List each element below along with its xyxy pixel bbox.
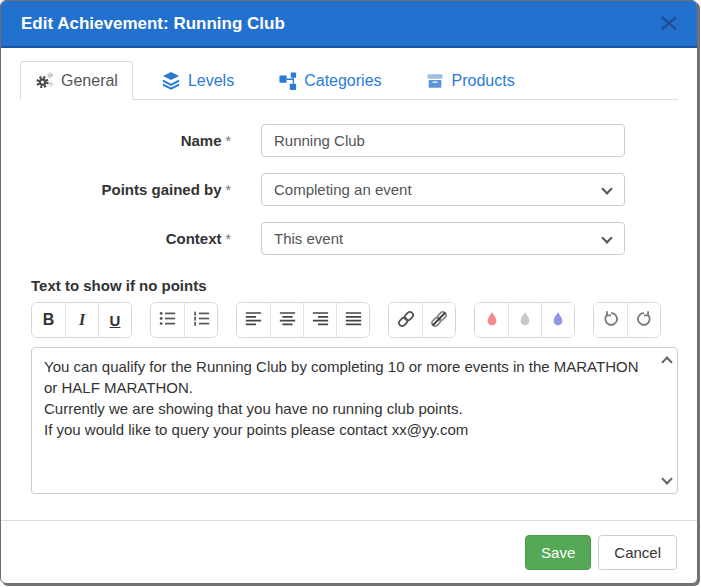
- align-left-button[interactable]: [237, 303, 270, 337]
- underline-icon: U: [110, 312, 121, 329]
- align-right-button[interactable]: [303, 303, 336, 337]
- modal-footer: Save Cancel: [1, 520, 697, 583]
- underline-button[interactable]: U: [98, 303, 131, 337]
- editor-toolbar: B I U: [31, 302, 678, 338]
- tab-bar: General Levels: [20, 61, 678, 100]
- name-row: Name* Running Club: [20, 124, 678, 157]
- blue-droplet-icon: [550, 311, 566, 330]
- achievement-form: Name* Running Club Points gained by* Com…: [20, 124, 678, 255]
- context-required-mark: *: [226, 231, 231, 247]
- unordered-list-button[interactable]: [151, 303, 184, 337]
- tab-general[interactable]: General: [20, 61, 133, 100]
- name-label-text: Name: [181, 132, 222, 149]
- name-input[interactable]: Running Club: [261, 124, 625, 157]
- bullet-list-icon: [159, 310, 176, 330]
- align-justify-button[interactable]: [336, 303, 369, 337]
- unlink-icon: [430, 310, 448, 331]
- close-icon[interactable]: ✕: [657, 12, 680, 36]
- blue-color-button[interactable]: [541, 303, 574, 337]
- points-required-mark: *: [226, 182, 231, 198]
- align-group: [236, 302, 370, 338]
- scroll-down-icon[interactable]: [661, 473, 672, 484]
- redo-button[interactable]: [627, 303, 660, 337]
- name-required-mark: *: [226, 133, 231, 149]
- red-color-button[interactable]: [475, 303, 508, 337]
- tab-general-label: General: [61, 72, 118, 90]
- bold-icon: B: [43, 311, 55, 329]
- points-gained-by-row: Points gained by* Completing an event: [20, 173, 678, 206]
- italic-button[interactable]: I: [65, 303, 98, 337]
- modal-header: Edit Achievement: Running Club ✕: [1, 1, 697, 48]
- context-select[interactable]: This event: [261, 222, 625, 255]
- layers-icon: [162, 71, 181, 90]
- tab-levels-label: Levels: [188, 72, 234, 90]
- cancel-button[interactable]: Cancel: [598, 535, 677, 570]
- tab-products[interactable]: Products: [411, 61, 530, 100]
- align-center-icon: [279, 310, 296, 330]
- points-gained-by-select[interactable]: Completing an event: [261, 173, 625, 206]
- gears-icon: [35, 71, 54, 90]
- name-label: Name*: [20, 132, 231, 149]
- modal-title: Edit Achievement: Running Club: [21, 14, 285, 34]
- tab-categories-label: Categories: [304, 72, 381, 90]
- bold-button[interactable]: B: [32, 303, 65, 337]
- editor-label: Text to show if no points: [31, 277, 678, 294]
- undo-icon: [602, 310, 620, 331]
- align-right-icon: [312, 310, 329, 330]
- red-droplet-icon: [484, 311, 500, 330]
- align-justify-icon: [345, 310, 362, 330]
- points-gained-by-label-text: Points gained by: [102, 181, 222, 198]
- numbered-list-icon: [193, 310, 210, 330]
- archive-box-icon: [426, 71, 445, 90]
- context-selected-value: This event: [274, 230, 343, 247]
- context-row: Context* This event: [20, 222, 678, 255]
- list-group: [150, 302, 218, 338]
- modal-body: General Levels: [1, 48, 697, 520]
- chevron-down-icon: [601, 232, 612, 243]
- ordered-list-button[interactable]: [184, 303, 217, 337]
- name-input-value: Running Club: [274, 132, 365, 149]
- save-button[interactable]: Save: [525, 535, 591, 570]
- unlink-button[interactable]: [422, 303, 455, 337]
- link-icon: [397, 310, 415, 331]
- gray-color-button[interactable]: [508, 303, 541, 337]
- points-gained-by-label: Points gained by*: [20, 181, 231, 198]
- chevron-down-icon: [601, 183, 612, 194]
- context-label-text: Context: [166, 230, 222, 247]
- color-group: [474, 302, 575, 338]
- align-center-button[interactable]: [270, 303, 303, 337]
- italic-icon: I: [79, 311, 85, 329]
- no-points-text-section: Text to show if no points B I U: [31, 277, 678, 494]
- undo-button[interactable]: [594, 303, 627, 337]
- history-group: [593, 302, 661, 338]
- edit-achievement-modal: Edit Achievement: Running Club ✕: [0, 0, 698, 584]
- tab-categories[interactable]: Categories: [263, 61, 396, 100]
- align-left-icon: [245, 310, 262, 330]
- no-points-text: You can qualify for the Running Club by …: [32, 348, 677, 448]
- gray-droplet-icon: [517, 311, 533, 330]
- context-label: Context*: [20, 230, 231, 247]
- tab-levels[interactable]: Levels: [147, 61, 249, 100]
- redo-icon: [635, 310, 653, 331]
- tab-products-label: Products: [452, 72, 515, 90]
- link-button[interactable]: [389, 303, 422, 337]
- text-style-group: B I U: [31, 302, 132, 338]
- link-group: [388, 302, 456, 338]
- points-gained-by-selected-value: Completing an event: [274, 181, 412, 198]
- sitemap-icon: [278, 71, 297, 90]
- no-points-textarea[interactable]: You can qualify for the Running Club by …: [31, 347, 678, 494]
